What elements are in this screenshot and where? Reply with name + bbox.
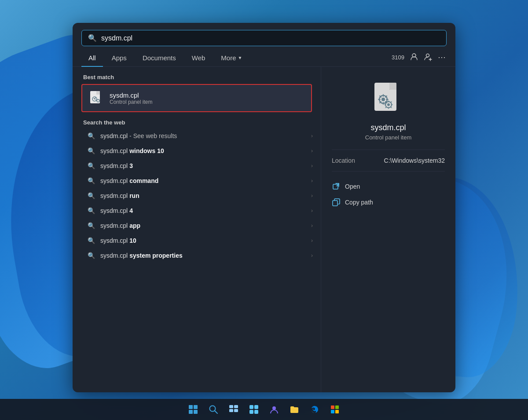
left-panel: Best match sysdm.cpl Control panel item — [73, 67, 321, 392]
arrow-icon-6: › — [311, 223, 313, 229]
divider-2 — [332, 171, 445, 172]
open-label: Open — [345, 183, 360, 190]
svg-point-1 — [426, 54, 429, 57]
svg-point-25 — [272, 406, 276, 410]
best-match-name: sysdm.cpl — [110, 91, 152, 99]
cpl-file-icon — [88, 90, 104, 106]
web-item-text-5: sysdm.cpl 4 — [100, 207, 306, 214]
web-search-icon-5: 🔍 — [88, 207, 95, 214]
svg-rect-17 — [229, 405, 233, 408]
chevron-down-icon: ▼ — [238, 55, 242, 60]
svg-rect-19 — [229, 409, 233, 412]
web-search-icon-3: 🔍 — [88, 177, 95, 184]
svg-rect-27 — [335, 405, 339, 409]
web-item-7[interactable]: 🔍 sysdm.cpl 10 › — [81, 233, 319, 248]
svg-rect-29 — [335, 410, 339, 413]
copy-path-label: Copy path — [345, 199, 373, 206]
svg-rect-21 — [249, 405, 253, 409]
tab-all[interactable]: All — [81, 51, 103, 67]
location-row: Location C:\Windows\system32 — [332, 157, 445, 164]
svg-rect-8 — [389, 83, 396, 90]
taskbar — [0, 399, 528, 420]
arrow-icon-3: › — [311, 178, 313, 184]
person-add-icon[interactable] — [424, 52, 433, 62]
filter-tabs: All Apps Documents Web More ▼ 3109 ⋯ — [73, 46, 455, 67]
arrow-icon-2: › — [311, 163, 313, 169]
web-search-icon-1: 🔍 — [88, 147, 95, 154]
svg-rect-3 — [96, 91, 100, 95]
svg-rect-22 — [254, 405, 258, 409]
open-icon — [332, 182, 341, 191]
svg-line-16 — [215, 411, 217, 413]
best-match-subtitle: Control panel item — [110, 99, 152, 105]
web-item-text-7: sysdm.cpl 10 — [100, 237, 306, 244]
web-item-text-2: sysdm.cpl 3 — [100, 162, 306, 169]
arrow-icon-4: › — [311, 193, 313, 199]
result-type: Control panel item — [365, 134, 412, 141]
web-item-text-0: sysdm.cpl - See web results — [100, 132, 306, 139]
best-match-item[interactable]: sysdm.cpl Control panel item — [81, 84, 312, 112]
person-icon[interactable] — [410, 52, 418, 62]
tab-apps[interactable]: Apps — [105, 51, 134, 67]
web-item-4[interactable]: 🔍 sysdm.cpl run › — [81, 188, 319, 203]
web-item-5[interactable]: 🔍 sysdm.cpl 4 › — [81, 203, 319, 218]
web-search-icon-7: 🔍 — [88, 237, 95, 244]
web-search-icon-4: 🔍 — [88, 192, 95, 199]
widgets-button[interactable] — [245, 401, 263, 418]
taskbar-search[interactable] — [205, 401, 222, 418]
badge-count: 3109 — [392, 54, 404, 61]
web-item-0[interactable]: 🔍 sysdm.cpl - See web results › — [81, 128, 319, 143]
content-area: Best match sysdm.cpl Control panel item — [73, 67, 455, 392]
filter-right: 3109 ⋯ — [392, 52, 447, 66]
open-action[interactable]: Open — [332, 179, 445, 194]
web-search-icon-8: 🔍 — [88, 252, 95, 259]
svg-rect-14 — [333, 201, 337, 206]
web-section-title: Search the web — [81, 119, 321, 126]
search-box[interactable]: 🔍 — [81, 30, 447, 46]
arrow-icon-5: › — [311, 208, 313, 214]
search-panel: 🔍 All Apps Documents Web More ▼ 3109 — [73, 23, 455, 392]
arrow-icon-8: › — [311, 252, 313, 259]
tab-more[interactable]: More ▼ — [214, 51, 249, 67]
result-file-icon — [371, 81, 406, 116]
svg-rect-18 — [234, 405, 238, 408]
web-item-text-1: sysdm.cpl windows 10 — [100, 147, 306, 154]
svg-rect-28 — [331, 410, 334, 413]
search-box-container: 🔍 — [73, 23, 455, 46]
web-item-text-4: sysdm.cpl run — [100, 192, 306, 199]
result-name: sysdm.cpl — [370, 123, 406, 132]
tab-documents[interactable]: Documents — [136, 51, 183, 67]
web-item-text-6: sysdm.cpl app — [100, 222, 306, 229]
svg-rect-24 — [254, 410, 258, 414]
svg-rect-26 — [331, 405, 334, 409]
web-search-icon-2: 🔍 — [88, 162, 95, 169]
location-value: C:\Windows\system32 — [384, 157, 445, 164]
store-button[interactable] — [326, 401, 344, 418]
web-search-icon-6: 🔍 — [88, 222, 95, 229]
web-item-8[interactable]: 🔍 sysdm.cpl system properties › — [81, 248, 319, 263]
web-item-6[interactable]: 🔍 sysdm.cpl app › — [81, 218, 319, 233]
best-match-title: Best match — [81, 74, 321, 80]
arrow-icon-0: › — [311, 133, 313, 139]
web-item-1[interactable]: 🔍 sysdm.cpl windows 10 › — [81, 143, 319, 158]
search-input[interactable] — [101, 34, 440, 42]
web-search-icon-0: 🔍 — [88, 132, 95, 139]
web-item-3[interactable]: 🔍 sysdm.cpl command › — [81, 173, 319, 188]
tab-web[interactable]: Web — [185, 51, 213, 67]
explorer-button[interactable] — [286, 401, 303, 418]
search-box-icon: 🔍 — [88, 34, 97, 42]
copy-path-action[interactable]: Copy path — [332, 194, 445, 210]
arrow-icon-1: › — [311, 148, 313, 154]
web-item-text-8: sysdm.cpl system properties — [100, 252, 306, 259]
edge-button[interactable] — [306, 401, 323, 418]
web-item-2[interactable]: 🔍 sysdm.cpl 3 › — [81, 158, 319, 173]
copy-icon — [332, 198, 341, 207]
svg-rect-23 — [249, 410, 253, 414]
right-panel: sysdm.cpl Control panel item Location C:… — [321, 67, 455, 392]
svg-point-10 — [381, 98, 385, 101]
svg-rect-20 — [234, 409, 238, 412]
taskview-button[interactable] — [225, 401, 242, 418]
teams-button[interactable] — [265, 401, 283, 418]
start-button[interactable] — [184, 401, 202, 418]
more-options-icon[interactable]: ⋯ — [438, 52, 447, 62]
